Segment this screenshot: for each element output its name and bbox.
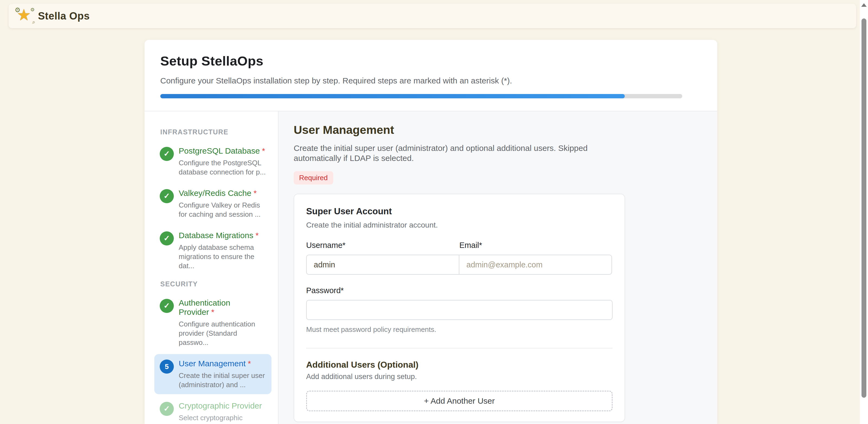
sidebar-item-postgresql-database[interactable]: ✓ PostgreSQL Database* Configure the Pos…	[154, 141, 272, 182]
step-title: Valkey/Redis Cache	[179, 189, 251, 197]
sidebar-item-authentication-provider[interactable]: ✓ Authentication Provider* Configure aut…	[154, 293, 272, 352]
password-field[interactable]	[306, 300, 613, 320]
step-description: Apply database schema migrations to ensu…	[179, 243, 266, 270]
email-label: Email*	[459, 241, 613, 250]
add-another-user-button[interactable]: + Add Another User	[306, 391, 613, 411]
sidebar-item-user-management[interactable]: 5 User Management* Create the initial su…	[154, 354, 272, 394]
gear-icon: ⚙	[30, 7, 35, 13]
scroll-up-icon[interactable]	[861, 3, 867, 7]
check-icon: ✓	[163, 150, 170, 158]
step-title: Database Migrations	[179, 231, 253, 240]
required-badge: Required	[294, 171, 333, 185]
super-user-account-card: Super User Account Create the initial ad…	[294, 194, 625, 422]
email-field[interactable]	[459, 255, 612, 275]
required-asterisk: *	[262, 146, 265, 155]
username-field[interactable]	[306, 255, 459, 275]
card-divider	[306, 348, 613, 349]
section-label-security: SECURITY	[160, 280, 272, 288]
step-done-icon: ✓	[160, 402, 174, 416]
step-heading: User Management	[294, 123, 717, 136]
step-done-icon: ✓	[160, 231, 174, 246]
page-title: Setup StellaOps	[160, 53, 698, 69]
step-done-icon: ✓	[160, 189, 174, 203]
brand-title: Stella Ops	[38, 10, 90, 22]
step-content-pane: User Management Create the initial super…	[278, 111, 717, 424]
steps-sidebar: INFRASTRUCTURE ✓ PostgreSQL Database* Co…	[145, 111, 278, 424]
step-description: Select cryptographic algorithms for sign…	[179, 413, 266, 424]
stella-ops-logo-icon: ⚙ ★ ⚙ ⌕	[16, 7, 33, 25]
step-title: Authentication Provider	[179, 298, 230, 317]
step-description: Create the initial super user (administr…	[179, 371, 266, 389]
card-title: Super User Account	[306, 206, 613, 217]
check-icon: ✓	[163, 302, 170, 310]
username-label: Username*	[306, 241, 459, 250]
section-label-infrastructure: INFRASTRUCTURE	[160, 128, 272, 136]
step-description: Configure authentication provider (Stand…	[179, 319, 266, 347]
star-icon: ★	[17, 6, 31, 24]
required-asterisk: *	[255, 231, 259, 240]
setup-progress-bar	[160, 94, 682, 98]
additional-users-subtitle: Add additional users during setup.	[306, 372, 613, 381]
progress-fill	[160, 94, 625, 98]
check-icon: ✓	[163, 192, 170, 200]
page-subtitle: Configure your StellaOps installation st…	[160, 76, 698, 85]
step-done-icon: ✓	[160, 147, 174, 161]
card-subtitle: Create the initial administrator account…	[306, 221, 613, 229]
topbar: ⚙ ★ ⚙ ⌕ Stella Ops	[9, 4, 856, 28]
step-title: User Management	[179, 359, 246, 368]
check-icon: ✓	[163, 235, 170, 242]
wizard-header: Setup StellaOps Configure your StellaOps…	[145, 40, 717, 111]
password-label: Password*	[306, 286, 613, 295]
sidebar-item-cryptographic-provider[interactable]: ✓ Cryptographic Provider Select cryptogr…	[154, 396, 272, 424]
setup-wizard-card: Setup StellaOps Configure your StellaOps…	[145, 40, 717, 424]
additional-users-title: Additional Users (Optional)	[306, 360, 613, 370]
magnifier-icon: ⌕	[32, 19, 35, 25]
required-asterisk: *	[253, 189, 257, 197]
step-title: PostgreSQL Database	[179, 146, 260, 155]
required-asterisk: *	[248, 359, 251, 368]
sidebar-item-database-migrations[interactable]: ✓ Database Migrations* Apply database sc…	[154, 226, 272, 275]
check-icon: ✓	[163, 405, 170, 413]
step-number-badge: 5	[160, 360, 174, 373]
required-asterisk: *	[211, 307, 215, 317]
sidebar-item-valkey-redis-cache[interactable]: ✓ Valkey/Redis Cache* Configure Valkey o…	[154, 184, 272, 224]
step-done-icon: ✓	[160, 299, 174, 313]
step-heading-description: Create the initial super user (administr…	[294, 143, 589, 163]
vertical-scrollbar[interactable]	[860, 0, 868, 424]
step-title: Cryptographic Provider	[179, 401, 262, 410]
scrollbar-thumb[interactable]	[862, 19, 866, 398]
step-description: Configure Valkey or Redis for caching an…	[179, 200, 266, 219]
step-description: Configure the PostgreSQL database connec…	[179, 158, 266, 177]
password-helper-text: Must meet password policy requirements.	[306, 325, 613, 334]
